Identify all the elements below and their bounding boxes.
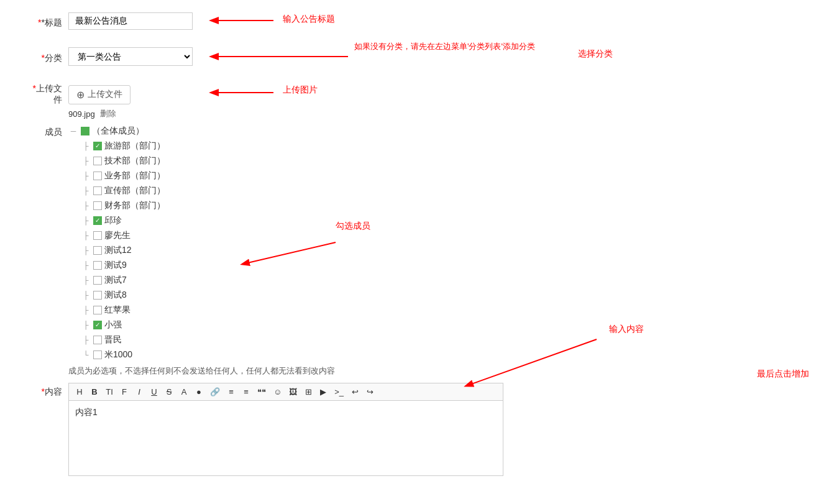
connector-test8: ├: [81, 291, 91, 300]
delete-link[interactable]: 删除: [100, 108, 116, 119]
toolbar-list-ol[interactable]: ≡: [239, 386, 253, 398]
upload-label: *上传文件: [25, 83, 68, 106]
toolbar-video[interactable]: ▶: [316, 386, 330, 398]
toolbar-redo[interactable]: ↪: [363, 386, 377, 398]
checkbox-test9[interactable]: [93, 261, 102, 270]
category-select[interactable]: 第一类公告: [68, 47, 193, 66]
checkbox-all[interactable]: [81, 127, 89, 135]
checkbox-finance[interactable]: [93, 201, 102, 210]
toolbar-blockquote[interactable]: ❝❝: [254, 386, 269, 398]
connector-mi1000: └: [81, 351, 91, 359]
tree-item-tech[interactable]: ├ 技术部（部门）: [68, 154, 165, 168]
members-annotation: 勾选成员: [336, 221, 370, 232]
checkbox-propaganda[interactable]: [93, 186, 102, 195]
tree-item-tourism[interactable]: ├ 旅游部（部门）: [68, 139, 165, 153]
content-annotation: 输入内容: [609, 324, 644, 335]
members-tree: ─ （全体成员） ├ 旅游部（部门） ├ 技术部（部门） ├ 业务部（部门）: [68, 124, 165, 362]
category-annotation: 选择分类: [578, 48, 613, 60]
tree-item-liao[interactable]: ├ 廖先生: [68, 229, 165, 242]
connector-test9: ├: [81, 261, 91, 270]
checkbox-mi1000[interactable]: [93, 351, 102, 359]
checkbox-test12[interactable]: [93, 246, 102, 255]
editor-toolbar: H B TI F I U S A ● 🔗 ≡ ≡ ❝❝ ☺ 🖼 ⊞ ▶ >_ ↩…: [69, 383, 503, 401]
toolbar-strikethrough[interactable]: S: [162, 386, 176, 398]
tree-item-test7[interactable]: ├ 测试7: [68, 273, 165, 287]
final-note: 最后点击增加: [757, 369, 809, 380]
connector-apple: ├: [81, 306, 91, 314]
tree-item-finance[interactable]: ├ 财务部（部门）: [68, 199, 165, 213]
tree-item-jimin[interactable]: ├ 晋民: [68, 333, 165, 347]
toolbar-link[interactable]: 🔗: [207, 386, 223, 398]
toolbar-h[interactable]: H: [73, 386, 86, 398]
label-propaganda[interactable]: 宣传部（部门）: [104, 185, 165, 196]
label-test8[interactable]: 测试8: [104, 290, 127, 301]
toolbar-bold[interactable]: B: [88, 386, 101, 398]
editor-wrapper: H B TI F I U S A ● 🔗 ≡ ≡ ❝❝ ☺ 🖼 ⊞ ▶ >_ ↩…: [68, 383, 503, 476]
category-hint: 如果没有分类，请先在左边菜单'分类列表'添加分类: [354, 41, 535, 52]
toolbar-underline[interactable]: U: [147, 386, 161, 398]
tree-item-test9[interactable]: ├ 测试9: [68, 259, 165, 272]
toolbar-dot[interactable]: ●: [192, 386, 206, 398]
checkbox-xiaoqiang[interactable]: [93, 321, 102, 329]
tree-item-xiaoqiang[interactable]: ├ 小强: [68, 318, 165, 332]
tree-item-qiuzhen[interactable]: ├ 邱珍: [68, 214, 165, 227]
toolbar-emoji[interactable]: ☺: [270, 386, 285, 398]
tree-item-mi1000[interactable]: └ 米1000: [68, 348, 165, 362]
toolbar-highlight[interactable]: A: [177, 386, 191, 398]
members-label: 成员: [25, 124, 68, 138]
tree-item-apple[interactable]: ├ 红苹果: [68, 303, 165, 317]
connector-tech: ├: [81, 157, 91, 165]
checkbox-apple[interactable]: [93, 306, 102, 314]
plus-icon: ⊕: [76, 89, 85, 101]
file-name: 909.jpg: [68, 109, 95, 119]
toolbar-image[interactable]: 🖼: [286, 386, 300, 398]
label-test9[interactable]: 测试9: [104, 260, 127, 271]
toolbar-list-ul[interactable]: ≡: [224, 386, 238, 398]
content-label: *内容: [25, 383, 68, 398]
label-business[interactable]: 业务部（部门）: [104, 170, 165, 181]
label-mi1000[interactable]: 米1000: [104, 349, 132, 360]
label-qiuzhen[interactable]: 邱珍: [104, 215, 122, 226]
checkbox-test7[interactable]: [93, 276, 102, 285]
category-label: *分类: [25, 49, 68, 64]
toolbar-ti[interactable]: TI: [103, 386, 116, 398]
toolbar-f[interactable]: F: [117, 386, 131, 398]
toolbar-code[interactable]: >_: [331, 386, 347, 398]
checkbox-test8[interactable]: [93, 291, 102, 300]
tree-item-all[interactable]: ─ （全体成员）: [68, 124, 165, 138]
connector-jimin: ├: [81, 336, 91, 344]
checkbox-liao[interactable]: [93, 231, 102, 240]
label-test7[interactable]: 测试7: [104, 275, 127, 286]
label-all[interactable]: （全体成员）: [92, 126, 144, 137]
connector-test7: ├: [81, 276, 91, 285]
toolbar-italic[interactable]: I: [132, 386, 146, 398]
editor-body[interactable]: 内容1: [69, 401, 503, 475]
title-label: **标题: [25, 14, 68, 29]
checkbox-tourism[interactable]: [93, 142, 102, 150]
label-tech[interactable]: 技术部（部门）: [104, 155, 165, 167]
checkbox-tech[interactable]: [93, 157, 102, 165]
title-annotation: 输入公告标题: [283, 14, 335, 25]
toolbar-table[interactable]: ⊞: [301, 386, 315, 398]
connector-all: ─: [68, 127, 78, 135]
upload-button[interactable]: ⊕ 上传文件: [68, 85, 131, 104]
toolbar-undo[interactable]: ↩: [348, 386, 362, 398]
label-jimin[interactable]: 晋民: [104, 334, 122, 346]
checkbox-qiuzhen[interactable]: [93, 216, 102, 225]
tree-item-test8[interactable]: ├ 测试8: [68, 288, 165, 302]
connector-qiuzhen: ├: [81, 216, 91, 225]
tree-item-test12[interactable]: ├ 测试12: [68, 244, 165, 257]
connector-business: ├: [81, 172, 91, 180]
label-liao[interactable]: 廖先生: [104, 230, 131, 241]
label-tourism[interactable]: 旅游部（部门）: [104, 140, 165, 152]
tree-item-propaganda[interactable]: ├ 宣传部（部门）: [68, 184, 165, 198]
label-finance[interactable]: 财务部（部门）: [104, 200, 165, 211]
connector-xiaoqiang: ├: [81, 321, 91, 329]
title-input[interactable]: [68, 12, 193, 30]
tree-item-business[interactable]: ├ 业务部（部门）: [68, 169, 165, 183]
label-test12[interactable]: 测试12: [104, 245, 132, 256]
label-xiaoqiang[interactable]: 小强: [104, 319, 122, 331]
label-apple[interactable]: 红苹果: [104, 305, 131, 316]
checkbox-business[interactable]: [93, 172, 102, 180]
checkbox-jimin[interactable]: [93, 336, 102, 344]
